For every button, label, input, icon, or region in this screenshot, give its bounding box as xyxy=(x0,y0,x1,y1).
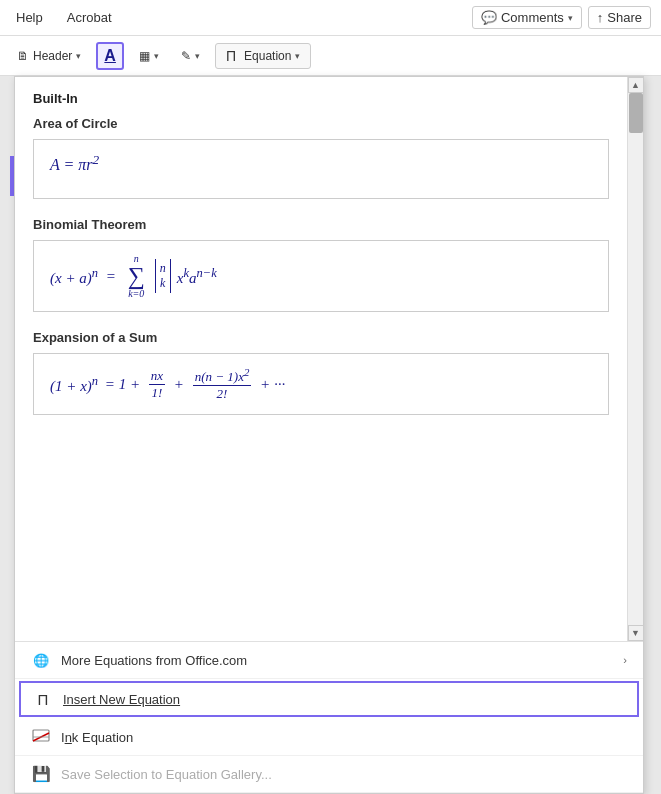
layout-button[interactable]: ▦ ▾ xyxy=(132,45,166,67)
ink-icon xyxy=(31,727,51,747)
comments-label: Comments xyxy=(501,10,564,25)
scroll-down-arrow[interactable]: ▼ xyxy=(628,625,644,641)
edit-dropdown-arrow: ▾ xyxy=(195,51,200,61)
scroll-thumb[interactable] xyxy=(629,93,643,133)
equation-box-expansion[interactable]: (1 + x)n = 1 + nx 1! + n(n − 1)x2 2! + ·… xyxy=(33,353,609,415)
save-selection-label: Save Selection to Equation Gallery... xyxy=(61,767,272,782)
panel-content: Built-In Area of Circle A = πr2 Binomial… xyxy=(15,77,627,641)
equation-pi-icon: Π xyxy=(226,48,236,64)
equation-math-area: A = πr2 xyxy=(50,156,99,173)
equation-button[interactable]: Π Equation ▾ xyxy=(215,43,312,69)
ink-equation-label: Ink Equation xyxy=(61,730,133,745)
header-button[interactable]: 🗎 Header ▾ xyxy=(10,45,88,67)
header-icon: 🗎 xyxy=(17,49,29,63)
scrollbar[interactable]: ▲ ▼ xyxy=(627,77,643,641)
equation-box-area[interactable]: A = πr2 xyxy=(33,139,609,199)
header-dropdown-arrow: ▾ xyxy=(76,51,81,61)
equation-title-expansion: Expansion of a Sum xyxy=(33,330,609,345)
equation-dropdown-arrow: ▾ xyxy=(295,51,300,61)
text-format-icon: A xyxy=(104,47,116,65)
section-title: Built-In xyxy=(33,91,609,106)
layout-icon: ▦ xyxy=(139,49,150,63)
text-format-button[interactable]: A xyxy=(96,42,124,70)
equation-title-binomial: Binomial Theorem xyxy=(33,217,609,232)
share-icon: ↑ xyxy=(597,10,604,25)
edit-icon: ✎ xyxy=(181,49,191,63)
share-button[interactable]: ↑ Share xyxy=(588,6,651,29)
scroll-up-arrow[interactable]: ▲ xyxy=(628,77,644,93)
equation-math-expansion: (1 + x)n = 1 + nx 1! + n(n − 1)x2 2! + ·… xyxy=(50,366,592,402)
insert-new-equation-label: Insert New Equation xyxy=(63,692,180,707)
more-equations-label: More Equations from Office.com xyxy=(61,653,247,668)
comments-dropdown-arrow: ▾ xyxy=(568,13,573,23)
insert-new-equation-item[interactable]: Π Insert New Equation xyxy=(19,681,639,717)
equation-label: Equation xyxy=(244,49,291,63)
share-label: Share xyxy=(607,10,642,25)
comment-icon: 💬 xyxy=(481,10,497,25)
ribbon: 🗎 Header ▾ A ▦ ▾ ✎ ▾ Π Equation ▾ xyxy=(0,36,661,76)
save-selection-item: 💾 Save Selection to Equation Gallery... xyxy=(15,756,643,793)
more-equations-item[interactable]: 🌐 More Equations from Office.com › xyxy=(15,642,643,679)
globe-icon: 🌐 xyxy=(31,650,51,670)
equation-box-binomial[interactable]: (x + a)n = n ∑ k=0 n k xyxy=(33,240,609,312)
scroll-track[interactable] xyxy=(628,93,643,625)
equation-dropdown-panel: Built-In Area of Circle A = πr2 Binomial… xyxy=(14,76,644,794)
chevron-right-icon: › xyxy=(623,654,627,666)
edit-button[interactable]: ✎ ▾ xyxy=(174,45,207,67)
left-margin xyxy=(0,76,14,794)
menu-help[interactable]: Help xyxy=(10,8,49,27)
header-label: Header xyxy=(33,49,72,63)
ink-equation-item[interactable]: Ink Equation xyxy=(15,719,643,756)
comments-button[interactable]: 💬 Comments ▾ xyxy=(472,6,582,29)
panel-footer: 🌐 More Equations from Office.com › Π Ins… xyxy=(15,641,643,793)
equation-title-area: Area of Circle xyxy=(33,116,609,131)
menu-acrobat[interactable]: Acrobat xyxy=(61,8,118,27)
equation-math-binomial: (x + a)n = n ∑ k=0 n k xyxy=(50,253,592,299)
layout-dropdown-arrow: ▾ xyxy=(154,51,159,61)
menu-bar: Help Acrobat 💬 Comments ▾ ↑ Share xyxy=(0,0,661,36)
main-area: Built-In Area of Circle A = πr2 Binomial… xyxy=(0,76,661,794)
pi-icon: Π xyxy=(33,689,53,709)
save-icon: 💾 xyxy=(31,764,51,784)
